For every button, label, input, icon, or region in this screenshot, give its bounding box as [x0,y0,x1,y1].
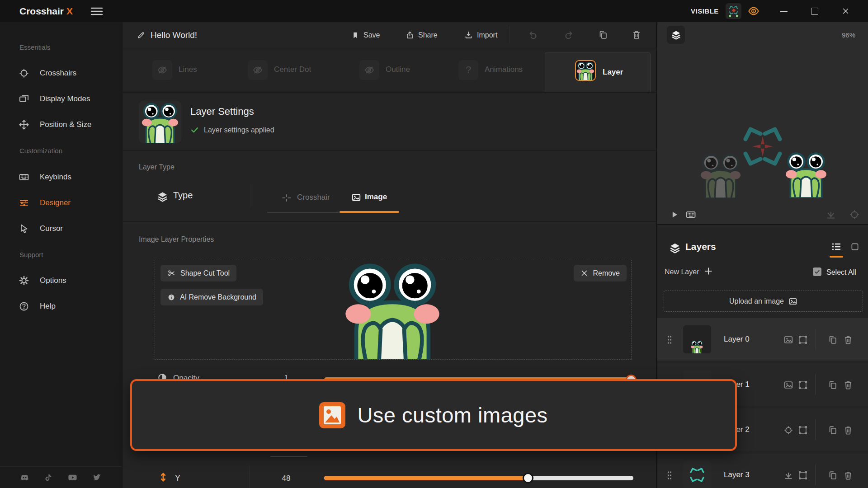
transform-icon[interactable] [798,470,808,480]
duplicate-icon[interactable] [598,30,608,40]
tab-lines[interactable] [152,60,172,80]
keyboard-icon[interactable] [684,209,697,220]
twitter-icon[interactable] [92,472,102,483]
layer-row-3[interactable]: Layer 3 [657,454,868,488]
preview-layers-button[interactable] [667,26,685,44]
duplicate-icon[interactable] [828,335,838,345]
tab-layer-active[interactable]: Layer [545,52,651,92]
layer-name[interactable]: Layer 3 [724,454,750,488]
upload-image-button[interactable]: Upload an image [664,291,863,312]
layer-type-option-crosshair[interactable]: Crosshair [297,193,330,202]
duplicate-icon[interactable] [828,470,838,480]
crosshair-preview-thumbnail[interactable] [726,3,741,19]
select-all-checkbox[interactable] [813,267,821,276]
visibility-eye-icon[interactable] [747,5,760,17]
titlebar: Crosshair X VISIBLE [0,0,868,22]
trash-icon[interactable] [843,425,853,435]
app-name-accent: X [66,6,73,16]
sidebar-item-position-size[interactable]: Position & Size [0,116,122,134]
transform-icon[interactable] [798,380,808,390]
crosshair-red-cross-preview [748,132,777,161]
trash-icon[interactable] [843,335,853,345]
trash-icon[interactable] [843,470,853,480]
trash-icon[interactable] [843,380,853,390]
y-slider-handle[interactable] [523,473,533,483]
layer-name[interactable]: Layer 0 [724,318,750,361]
y-value-input[interactable]: 48 [276,474,296,483]
drag-handle-icon[interactable] [667,335,672,344]
remove-image-button[interactable]: Remove [574,265,627,282]
sidebar-item-options[interactable]: Options [0,272,122,290]
value-input-underline [270,456,307,457]
rays-icon[interactable] [826,209,836,220]
crosshairs-icon [19,68,29,79]
sidebar-item-keybinds[interactable]: Keybinds [0,168,122,186]
frog-layer-preview [785,151,827,198]
share-button[interactable]: Share [406,22,438,48]
transform-icon[interactable] [798,335,808,345]
list-view-icon[interactable] [831,241,842,252]
crosshair-type-icon[interactable] [783,425,793,435]
x-icon [580,269,588,277]
move-icon [19,119,29,130]
plus-icon[interactable] [704,267,713,276]
edit-pencil-icon[interactable] [137,31,146,39]
eye-off-icon [157,65,168,75]
redo-icon[interactable] [564,30,574,40]
layer-row-0[interactable]: Layer 0 [657,318,868,361]
y-slider-fill [324,476,528,480]
youtube-icon[interactable] [67,472,78,483]
duplicate-icon[interactable] [828,380,838,390]
target-icon[interactable] [849,209,860,220]
layer-settings-status: Layer settings applied [190,126,274,134]
grid-view-icon[interactable] [850,242,859,251]
check-icon [814,269,820,275]
tab-center-dot[interactable] [248,60,268,80]
delete-icon[interactable] [632,30,642,40]
tab-center-dot-label[interactable]: Center Dot [274,65,311,74]
drag-handle-icon[interactable] [667,471,672,480]
sidebar-item-designer[interactable]: Designer [0,194,122,212]
layers-icon [669,242,681,254]
layer-type-option-image[interactable]: Image [365,192,387,202]
sidebar-item-crosshairs[interactable]: Crosshairs [0,64,122,82]
tab-animations-label[interactable]: Animations [485,65,523,74]
tiktok-icon[interactable] [44,473,53,482]
close-button[interactable] [833,0,858,22]
layer-image-frog [344,261,441,360]
shape-cut-tool-button[interactable]: Shape Cut Tool [160,265,236,282]
layer-3-thumbnail[interactable] [683,461,711,488]
gear-icon [19,275,29,286]
discord-icon[interactable] [19,472,30,483]
sidebar-item-cursor[interactable]: Cursor [0,220,122,238]
rays-type-icon[interactable] [783,470,793,480]
tab-outline-label[interactable]: Outline [386,65,410,74]
check-icon [190,126,199,134]
mini-frog-left [729,15,731,17]
profile-title[interactable]: Hello World! [151,22,197,48]
save-button[interactable]: Save [351,22,380,48]
tab-outline[interactable] [359,60,379,80]
play-icon[interactable] [670,210,679,220]
layer-0-thumbnail[interactable] [683,325,711,353]
image-type-icon[interactable] [783,380,793,390]
layer-type-divider [250,185,250,207]
duplicate-icon[interactable] [828,425,838,435]
undo-icon[interactable] [528,30,538,40]
minimize-button[interactable] [771,0,797,22]
hamburger-menu-icon[interactable] [90,7,103,16]
ai-remove-background-button[interactable]: AI Remove Background [160,289,263,305]
tab-animations[interactable]: ? [458,60,478,80]
image-properties-box: Shape Cut Tool AI Remove Background Remo… [155,260,632,360]
y-slider[interactable] [324,476,633,480]
layer-type-active-underline [340,211,399,213]
sidebar-item-display-modes[interactable]: Display Modes [0,90,122,108]
maximize-button[interactable] [802,0,827,22]
sidebar-item-help[interactable]: Help [0,297,122,315]
new-layer-button[interactable]: New Layer [665,268,699,276]
transform-icon[interactable] [798,425,808,435]
sidebar: Essentials Crosshairs Display Modes Posi… [0,22,122,488]
tab-lines-label[interactable]: Lines [179,65,197,74]
import-button[interactable]: Import [464,22,497,48]
image-type-icon[interactable] [783,335,793,345]
